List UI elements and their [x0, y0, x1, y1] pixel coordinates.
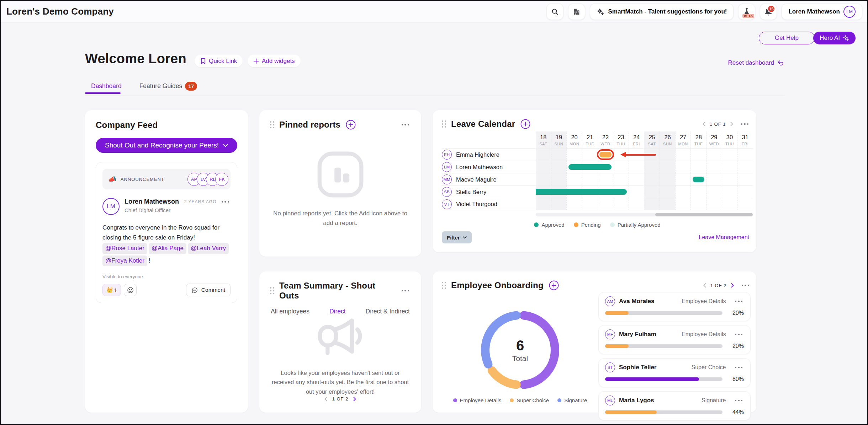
day-of-week: TUE [691, 142, 706, 146]
pinned-reports-menu-button[interactable] [400, 123, 411, 127]
calendar-cell [737, 198, 753, 210]
user-menu-button[interactable]: Loren Mathewson LM [782, 4, 862, 20]
day-of-week: SUN [660, 142, 675, 146]
person-stage: Signature [702, 397, 726, 404]
team-tab-direct-indirect[interactable]: Direct & Indirect [366, 308, 410, 315]
calendar-cell [536, 173, 551, 185]
leave-bar-approved[interactable] [693, 177, 705, 182]
leave-calendar-menu-button[interactable] [740, 122, 750, 127]
day-date: 26 [660, 134, 675, 141]
shout-out-button[interactable]: Shout Out and Recognise your Peers! [96, 138, 237, 153]
tab-feature-guides[interactable]: Feature Guides 17 [139, 82, 197, 91]
mention-chip[interactable]: @Leah Varry [188, 243, 229, 254]
onboarding-menu-button[interactable] [740, 283, 751, 288]
hero-ai-button[interactable]: Hero AI [813, 32, 856, 44]
day-column: 29WED [706, 131, 722, 148]
leave-calendar-row: EHEmma Highclere [442, 148, 753, 161]
day-of-week: TUE [582, 142, 598, 146]
prev-page-button[interactable] [702, 122, 706, 127]
add-report-button[interactable] [345, 119, 356, 130]
calendar-cell [613, 161, 629, 173]
calendar-cell [598, 173, 613, 185]
organisation-button[interactable] [568, 4, 585, 20]
comment-button[interactable]: Comment [186, 284, 231, 296]
calendar-cell [598, 198, 613, 210]
team-summary-menu-button[interactable] [400, 289, 411, 293]
person-menu-button[interactable] [734, 332, 744, 337]
mention-chip[interactable]: @Freya Kotler [102, 255, 147, 267]
search-button[interactable] [546, 4, 563, 20]
active-tab-underline [85, 92, 121, 94]
leave-row-grid [536, 186, 753, 198]
reaction-chip[interactable]: 👑 1 [102, 284, 121, 296]
day-of-week: THU [722, 142, 737, 146]
drag-handle-icon[interactable] [270, 287, 274, 294]
add-leave-button[interactable] [520, 119, 531, 129]
add-widgets-button[interactable]: Add widgets [248, 55, 301, 67]
calendar-cell [737, 149, 753, 161]
company-name: Loren's Demo Company [6, 6, 114, 17]
day-date: 19 [551, 134, 567, 141]
day-column: 22WED [598, 131, 613, 148]
legend-dot [453, 398, 457, 402]
get-help-button[interactable]: Get Help [759, 32, 815, 44]
leave-bar-approved[interactable] [536, 189, 627, 195]
mention-chip[interactable]: @Rose Lauter [102, 243, 147, 254]
calendar-cell [660, 173, 675, 185]
prev-page-button[interactable] [703, 283, 707, 288]
person-menu-button[interactable] [734, 398, 744, 403]
calendar-scrollbar-thumb[interactable] [655, 213, 753, 216]
quick-link-button[interactable]: Quick Link [195, 55, 243, 67]
mention-chip[interactable]: @Alia Page [149, 243, 186, 254]
team-pagination-label: 1 OF 2 [332, 396, 349, 402]
calendar-cell [675, 149, 691, 161]
announcement-label: ANNOUNCEMENT [121, 177, 164, 182]
employee-avatar: MM [442, 174, 452, 184]
add-onboarding-button[interactable] [549, 280, 559, 291]
leave-bar-approved[interactable] [568, 164, 612, 170]
drag-handle-icon[interactable] [442, 282, 446, 289]
post-text: Congrats to everyone in the Rovo squad f… [102, 224, 219, 241]
calendar-cell [536, 149, 551, 161]
onboarding-legend: Employee DetailsSuper ChoiceSignature [453, 397, 587, 403]
team-tab-all-employees[interactable]: All employees [271, 308, 309, 315]
person-menu-button[interactable] [734, 365, 744, 370]
filter-button[interactable]: Filter [442, 231, 472, 243]
drag-handle-icon[interactable] [442, 120, 446, 128]
day-date: 20 [567, 134, 582, 141]
shout-out-label: Shout Out and Recognise your Peers! [105, 141, 219, 149]
team-tab-direct[interactable]: Direct [329, 308, 346, 315]
person-menu-button[interactable] [734, 299, 744, 304]
smartmatch-button[interactable]: SmartMatch - Talent suggestions for you! [590, 4, 734, 20]
feed-post: 📣 ANNOUNCEMENT APLVRLFK LM Loren Mathews… [96, 162, 237, 303]
post-menu-button[interactable] [220, 200, 231, 204]
notifications-button[interactable]: 15 [760, 4, 777, 20]
person-row-bottom: 80% [605, 376, 744, 382]
legend-item-pending: Pending [574, 222, 601, 228]
employee-name: Loren Mathewson [456, 164, 503, 171]
prev-page-button[interactable] [324, 397, 328, 402]
day-date: 24 [629, 134, 644, 141]
person-percent: 80% [727, 376, 744, 382]
tagged-avatar[interactable]: FK [215, 173, 228, 186]
next-page-button[interactable] [353, 397, 357, 402]
leave-management-link[interactable]: Leave Management [699, 234, 749, 241]
calendar-cell [675, 186, 691, 198]
person-stage: Super Choice [692, 364, 726, 371]
page-title: Welcome Loren [85, 51, 186, 66]
day-date: 18 [536, 134, 551, 141]
person-percent: 20% [727, 310, 744, 316]
calendar-cell [675, 161, 691, 173]
reset-dashboard-link[interactable]: Reset dashboard [728, 59, 784, 66]
day-date: 23 [613, 134, 629, 141]
onboarding-person-card: STSophie TellerSuper Choice80% [598, 358, 751, 387]
tab-dashboard[interactable]: Dashboard [91, 82, 122, 90]
beta-labs-button[interactable]: BETA [738, 4, 755, 20]
reaction-count: 1 [114, 287, 117, 293]
next-page-button[interactable] [730, 122, 734, 127]
person-avatar: AM [605, 296, 615, 306]
person-name: Mary Fulham [619, 331, 656, 338]
next-page-button[interactable] [730, 283, 735, 288]
drag-handle-icon[interactable] [270, 121, 274, 128]
add-reaction-button[interactable] [124, 284, 137, 296]
